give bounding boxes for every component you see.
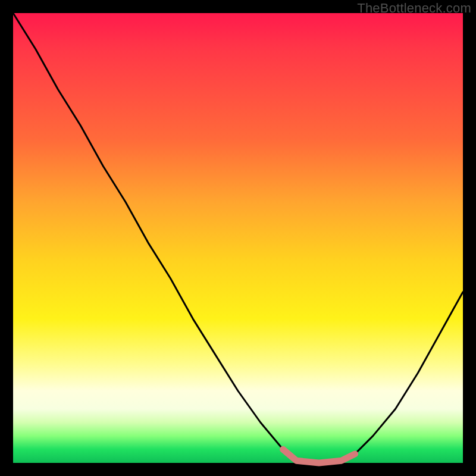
watermark-text: TheBottleneck.com <box>357 1 471 16</box>
bottleneck-curve-highlight <box>283 449 355 463</box>
chart-overlay <box>13 13 463 463</box>
chart-frame: TheBottleneck.com <box>0 0 476 476</box>
bottleneck-curve <box>13 13 463 463</box>
